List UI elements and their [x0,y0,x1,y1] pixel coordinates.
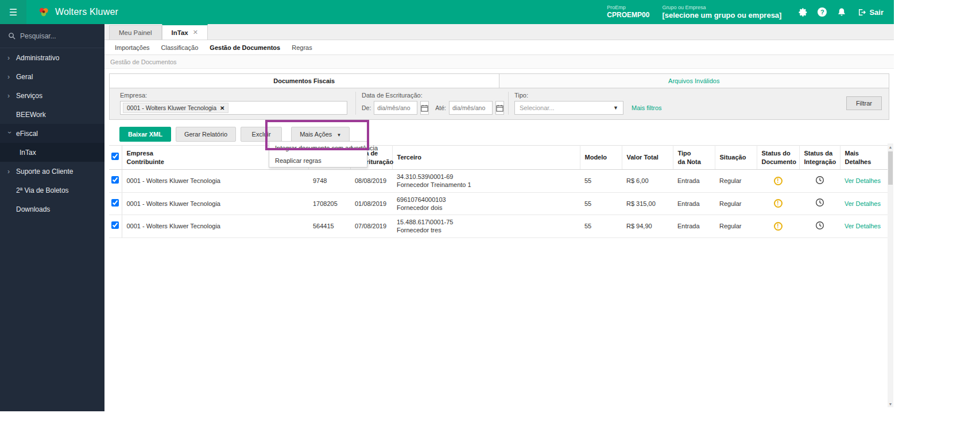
cell-numero: 1708205 [308,192,350,215]
clock-status-icon[interactable] [815,198,824,207]
sidebar-item-beework[interactable]: BEEWork [0,105,104,124]
main-content: Meu Painel InTax✕ Importações Classifica… [104,24,894,411]
sidebar-item-efiscal[interactable]: ›eFiscal [0,124,104,143]
cell-tipo: Entrada [673,170,715,193]
subnav-importacoes[interactable]: Importações [109,40,156,54]
tab-label: Documentos Fiscais [273,77,335,84]
sidebar-item-intax[interactable]: InTax [0,143,104,162]
sidebar-item-suporte[interactable]: ›Suporte ao Cliente [0,162,104,181]
chevron-down-icon: ▼ [336,133,341,138]
warning-status-icon[interactable]: ! [774,177,783,185]
table-row[interactable]: 0001 - Wolters Kluwer Tecnologia 9748 08… [109,170,889,193]
cell-numero: 564415 [308,215,350,238]
scrollbar-thumb[interactable] [888,151,893,185]
sidebar-item-downloads[interactable]: Downloads [0,200,104,219]
warning-status-icon[interactable]: ! [774,222,783,231]
sign-out-icon [857,8,866,17]
data-label: Data de Escrituração: [362,92,502,99]
col-situacao: Situação [715,146,757,170]
sidebar-item-geral[interactable]: ›Geral [0,67,104,86]
subnav-gestao-documentos[interactable]: Gestão de Documentos [204,40,286,54]
help-icon[interactable]: ? [814,3,831,21]
sidebar-item-administrativo[interactable]: ›Administrativo [0,48,104,67]
subnav-regras[interactable]: Regras [286,40,317,54]
tab-label: InTax [172,29,188,36]
brand-name: Wolters Kluwer [55,7,118,17]
col-modelo: Modelo [580,146,622,170]
subnav-classificacao[interactable]: Classificação [156,40,204,54]
tab-arquivos-invalidos[interactable]: Arquivos Inválidos [499,74,889,88]
warning-status-icon[interactable]: ! [774,199,783,208]
tab-intax[interactable]: InTax✕ [162,24,208,40]
sidebar-item-2via-boletos[interactable]: 2ª Via de Boletos [0,181,104,200]
mais-acoes-label: Mais Ações [300,131,332,138]
sidebar-item-label: Geral [16,73,33,81]
sidebar-item-label: Serviços [16,92,42,100]
documents-table: EmpresaContribuinte Número Data deEscrit… [109,145,889,238]
group-company-selector[interactable]: Grupo ou Empresa [selecione um grupo ou … [662,5,781,20]
calendar-icon[interactable] [420,101,429,115]
settings-gear-icon[interactable] [794,3,811,21]
select-all-checkbox[interactable] [111,153,119,160]
brand: Wolters Kluwer [37,5,118,19]
group-value: [selecione um grupo ou empresa] [662,11,781,20]
filter-row: Empresa: 0001 - Wolters Kluwer Tecnologi… [110,88,889,119]
filtrar-button[interactable]: Filtrar [846,96,882,110]
calendar-icon[interactable] [495,101,504,115]
date-from-input[interactable] [374,101,417,115]
col-status-documento: Status doDocumento [757,146,799,170]
close-icon[interactable]: ✕ [193,29,198,36]
menu-item-integrar-documento[interactable]: Integrar documento com advertência [269,142,367,154]
sidebar-search[interactable] [0,24,104,48]
scroll-up-icon[interactable]: ▲ [888,143,893,150]
sidebar-item-servicos[interactable]: ›Serviços [0,86,104,105]
sidebar: ›Administrativo ›Geral ›Serviços BEEWork… [0,24,104,411]
sidebar-item-label: BEEWork [16,111,46,119]
filter-panel: Documentos Fiscais Arquivos Inválidos Em… [109,73,889,120]
table-row[interactable]: 0001 - Wolters Kluwer Tecnologia 1708205… [109,192,889,215]
col-mais-detalhes: Mais Detalhes [840,146,889,170]
mais-acoes-button[interactable]: Mais Ações▼ [291,127,350,142]
ver-detalhes-link[interactable]: Ver Detalhes [845,177,881,184]
ver-detalhes-link[interactable]: Ver Detalhes [845,223,881,229]
ver-detalhes-link[interactable]: Ver Detalhes [845,200,881,207]
scroll-down-icon[interactable]: ▼ [888,400,893,407]
row-checkbox[interactable] [111,176,119,184]
tipo-select[interactable]: Selecionar... ▼ [514,101,623,115]
proemp-context[interactable]: ProEmp CPROEMP00 [607,5,649,19]
cell-tipo: Entrada [673,215,715,238]
data-escrituracao-filter: Data de Escrituração: De: Até: [355,92,508,115]
cell-empresa: 0001 - Wolters Kluwer Tecnologia [122,215,308,238]
wolters-kluwer-logo-icon [37,5,51,19]
menu-item-reaplicar-regras[interactable]: Reaplicar regras [269,154,367,167]
date-to-input[interactable] [449,101,493,115]
excluir-button[interactable]: Excluir [241,127,282,142]
clock-status-icon[interactable] [815,176,824,185]
empresa-label: Empresa: [120,92,350,99]
cell-modelo: 55 [580,215,622,238]
clock-status-icon[interactable] [815,221,824,230]
row-checkbox[interactable] [111,199,119,207]
row-checkbox[interactable] [111,221,119,229]
logout-button[interactable]: Sair [857,8,884,17]
search-input[interactable] [20,32,89,40]
remove-chip-icon[interactable]: ✕ [220,105,224,111]
tab-documentos-fiscais[interactable]: Documentos Fiscais [110,74,499,88]
cell-modelo: 55 [580,170,622,193]
breadcrumb: Gestão de Documentos [104,55,894,69]
sidebar-item-label: InTax [20,149,36,157]
baixar-xml-button[interactable]: Baixar XML [119,127,171,142]
hamburger-menu-icon[interactable]: ☰ [0,0,26,24]
sidebar-item-label: Downloads [16,205,50,213]
gerar-relatorio-button[interactable]: Gerar Relatório [176,127,236,142]
tipo-label: Tipo: [514,92,692,99]
notifications-bell-icon[interactable] [833,3,850,21]
empresa-input[interactable]: 0001 - Wolters Kluwer Tecnologia ✕ [120,101,347,115]
chevron-right-icon: › [7,92,12,100]
tipo-filter: Tipo: Selecionar... ▼ Mais filtros [508,92,698,115]
mais-filtros-link[interactable]: Mais filtros [632,104,662,111]
cell-situacao: Regular [715,170,757,193]
table-row[interactable]: 0001 - Wolters Kluwer Tecnologia 564415 … [109,215,889,238]
vertical-scrollbar[interactable]: ▲ ▼ [888,143,893,407]
tab-meu-painel[interactable]: Meu Painel [109,25,162,40]
